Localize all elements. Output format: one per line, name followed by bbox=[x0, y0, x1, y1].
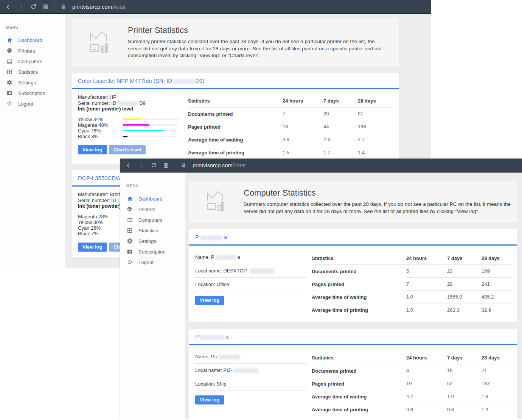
forward-icon[interactable] bbox=[137, 162, 145, 169]
sidebar-item-label: Dashboard bbox=[138, 196, 163, 202]
redacted-text bbox=[200, 235, 223, 240]
back-icon[interactable] bbox=[125, 162, 132, 169]
page-description: Summary printer statistics collected ove… bbox=[128, 38, 385, 60]
sidebar-item-label: Printers bbox=[18, 48, 35, 54]
sidebar-item-printers[interactable]: Printers bbox=[120, 204, 185, 215]
desktop: printvisorcp.com /#stat MENU Dashboard P… bbox=[0, 0, 522, 420]
sidebar-item-label: Subscription bbox=[138, 249, 166, 255]
stats-table: Statistics 24 hours7 days28 days Documen… bbox=[183, 94, 396, 159]
redacted-text bbox=[117, 101, 138, 106]
view-log-button[interactable]: View log bbox=[195, 296, 224, 305]
computer-card: Px Name: Piz Local name: PIZ- bbox=[189, 329, 517, 419]
printer-title-text: D9) bbox=[195, 78, 204, 84]
computer-title-text: a bbox=[224, 234, 227, 240]
table-row: Documents printed 41671 bbox=[312, 364, 512, 377]
table-grid-icon bbox=[6, 68, 13, 75]
url-path: /#stat bbox=[233, 162, 246, 168]
menu-label: MENU bbox=[126, 184, 185, 188]
subscription-card-icon bbox=[126, 248, 133, 255]
sidebar-item-subscription[interactable]: Subscription bbox=[120, 246, 185, 257]
sidebar-item-statistics[interactable]: Statistics bbox=[0, 67, 65, 77]
table-row: Pages printed 1952137 bbox=[312, 377, 512, 390]
printer-icon bbox=[126, 206, 133, 213]
table-row: Pages printed 1844198 bbox=[188, 120, 393, 133]
computer-info-list: Name: Pa Local name: DESKTOP- Location: … bbox=[195, 250, 307, 291]
address-bar[interactable]: printvisorcp.com /#stat bbox=[193, 162, 246, 168]
printer-card: Color LaserJet MFP M477fdn (SN: IDD9) Ma… bbox=[72, 73, 399, 164]
page-title: Computer Statistics bbox=[244, 188, 517, 198]
printer-card-title[interactable]: Color LaserJet MFP M477fdn (SN: IDD9) bbox=[72, 73, 399, 89]
view-log-button[interactable]: View log bbox=[78, 243, 107, 252]
sidebar-item-logout[interactable]: Logout bbox=[120, 257, 185, 268]
computer-statistics-icon bbox=[205, 189, 227, 214]
table-row: Documents printed 72081 bbox=[188, 107, 393, 120]
sidebar-item-dashboard[interactable]: Dashboard bbox=[120, 193, 185, 204]
browser-toolbar: printvisorcp.com /#stat bbox=[120, 159, 522, 173]
ink-row-magenta: Magenta 48% bbox=[78, 122, 183, 128]
ink-row-cyan: Cyan 76% bbox=[78, 128, 183, 134]
page-title: Printer Statistics bbox=[128, 25, 385, 35]
sidebar-item-printers[interactable]: Printers bbox=[0, 45, 65, 56]
table-row: Average time of printing 1.0262.332.9 bbox=[312, 303, 512, 316]
ink-bar bbox=[123, 118, 178, 120]
stats-table: Statistics 24 hours7 days28 days Documen… bbox=[307, 250, 514, 316]
laptop-icon bbox=[126, 216, 133, 223]
apps-grid-icon[interactable] bbox=[162, 162, 170, 169]
ink-level-title: Ink (toner powder) level bbox=[78, 106, 183, 112]
table-row: Average time of printing 0.60.81.3 bbox=[312, 403, 512, 416]
sidebar-item-logout[interactable]: Logout bbox=[0, 98, 65, 109]
stats-table-header: Statistics 24 hours7 days28 days bbox=[188, 95, 393, 107]
view-log-button[interactable]: View log bbox=[78, 145, 107, 154]
charts-level-button[interactable]: Charts level bbox=[109, 145, 146, 154]
sidebar-item-dashboard[interactable]: Dashboard bbox=[0, 35, 65, 45]
view-log-button[interactable]: View log bbox=[195, 395, 224, 404]
url-domain: printvisorcp.com bbox=[193, 162, 233, 168]
sidebar-item-label: Printers bbox=[138, 207, 155, 212]
back-icon[interactable] bbox=[5, 3, 12, 11]
home-icon bbox=[6, 37, 13, 44]
lock-icon bbox=[59, 3, 67, 11]
printer-title-text: Color LaserJet MFP M477fdn (SN: ID bbox=[78, 78, 172, 84]
ink-row-yellow: Yellow 34% bbox=[78, 117, 183, 122]
computer-localname-row: Local name: PIZ- bbox=[195, 364, 307, 377]
manufacturer-value: Manufacturer: HP bbox=[78, 94, 183, 100]
power-icon bbox=[126, 259, 133, 266]
printer-stats-header-card: Printer Statistics Summary printer stati… bbox=[72, 18, 399, 67]
stats-table-header: Statistics 24 hours7 days28 days bbox=[312, 252, 512, 265]
refresh-icon[interactable] bbox=[30, 3, 37, 11]
computer-location-row: Location: Office bbox=[195, 278, 307, 291]
table-row: Average time of waiting 3.92.62.7 bbox=[188, 133, 393, 146]
sidebar-item-settings[interactable]: Settings bbox=[0, 77, 65, 88]
ink-row-black: Black 8% bbox=[78, 134, 183, 139]
sidebar-item-computers[interactable]: Computers bbox=[120, 215, 185, 225]
forward-icon[interactable] bbox=[17, 3, 25, 11]
sidebar-item-subscription[interactable]: Subscription bbox=[0, 88, 65, 98]
redacted-text bbox=[200, 335, 225, 340]
sidebar-item-computers[interactable]: Computers bbox=[0, 56, 65, 67]
address-bar[interactable]: printvisorcp.com /#stat bbox=[72, 4, 126, 10]
ink-bar bbox=[123, 136, 178, 137]
computer-name-row: Name: Piz bbox=[195, 350, 307, 364]
refresh-icon[interactable] bbox=[150, 162, 157, 169]
apps-grid-icon[interactable] bbox=[42, 3, 50, 11]
sidebar-item-label: Dashboard bbox=[18, 37, 42, 43]
sidebar-item-label: Logout bbox=[18, 101, 33, 107]
sidebar-item-settings[interactable]: Settings bbox=[120, 236, 185, 246]
printer-statistics-icon bbox=[88, 29, 111, 56]
laptop-icon bbox=[6, 58, 13, 65]
table-grid-icon bbox=[126, 227, 133, 234]
redacted-text bbox=[216, 255, 236, 260]
table-row: Average time of waiting 1.01565.9485.2 bbox=[312, 291, 512, 303]
table-row: Documents printed 523109 bbox=[312, 265, 512, 278]
computer-card-title[interactable]: Px bbox=[189, 329, 517, 345]
menu-label: MENU bbox=[6, 25, 65, 30]
computer-card-title[interactable]: Pa bbox=[189, 229, 517, 246]
page-description: Summary computer statistics collected ov… bbox=[244, 201, 517, 215]
sidebar-item-label: Computers bbox=[18, 59, 42, 64]
toolbar-divider bbox=[54, 2, 55, 11]
sidebar-item-statistics[interactable]: Statistics bbox=[120, 225, 185, 236]
sidebar-item-label: Computers bbox=[138, 217, 163, 223]
sidebar-item-label: Logout bbox=[138, 260, 154, 265]
sidebar-item-label: Statistics bbox=[18, 69, 38, 75]
sidebar-item-label: Settings bbox=[18, 80, 36, 86]
